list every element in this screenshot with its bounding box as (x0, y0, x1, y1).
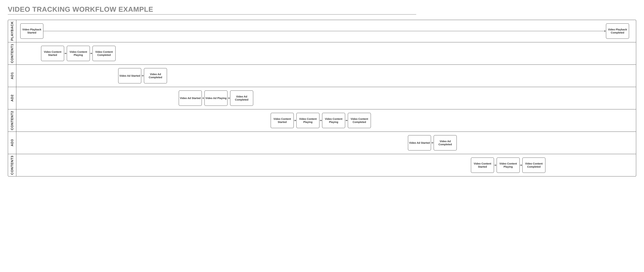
swimlane-label-text: PLAYBACK (10, 21, 14, 41)
workflow-node-label: Video Content Playing (323, 117, 344, 124)
swimlane-ad3: AD3Video Ad StartedVideo Ad Completed (8, 132, 636, 154)
workflow-node-label: Video Content Started (42, 50, 63, 57)
arrow-icon (294, 119, 296, 122)
swimlane-label-text: AD1 (10, 72, 14, 79)
workflow-node-label: Video Ad Started (409, 141, 430, 144)
swimlane-body: Video Playback StartedVideo Playback Com… (16, 20, 636, 42)
workflow-node-label: Video Playback Started (21, 28, 42, 34)
swimlane-label-text: AD2 (10, 95, 14, 102)
workflow-node-label: Video Ad Completed (145, 73, 166, 79)
workflow-node-label: Video Content Completed (348, 117, 370, 124)
workflow-node: Video Ad Completed (144, 68, 167, 83)
workflow-node: Video Ad Completed (230, 90, 253, 106)
workflow-node: Video Ad Started (408, 135, 431, 150)
arrow-icon (141, 75, 144, 77)
workflow-node: Video Content Completed (348, 113, 371, 128)
swimlane-label: CONTENT3 (8, 154, 16, 176)
workflow-node: Video Content Playing (67, 46, 90, 61)
workflow-node: Video Ad Started (118, 68, 141, 83)
swimlane-body: Video Content StartedVideo Content Playi… (16, 42, 636, 65)
svg-marker-13 (295, 120, 296, 121)
workflow-node: Video Content Completed (92, 46, 116, 61)
title-block: VIDEO TRACKING WORKFLOW EXAMPLE (8, 5, 636, 15)
svg-marker-7 (142, 75, 144, 77)
workflow-node: Video Content Completed (522, 157, 546, 173)
arrow-icon (202, 97, 204, 99)
swimlane-body: Video Ad StartedVideo Ad PlayingVideo Ad… (16, 87, 636, 109)
arrow-icon (43, 30, 606, 32)
workflow-node-label: Video Playback Completed (607, 28, 628, 34)
workflow-node: Video Content Playing (496, 157, 520, 173)
workflow-node-label: Video Content Playing (68, 50, 89, 57)
workflow-node-label: Video Ad Completed (231, 95, 252, 101)
swimlane-label-text: CONTENT2 (10, 111, 14, 130)
swimlane-label: CONTENT1 (8, 42, 16, 65)
workflow-node: Video Ad Completed (434, 135, 457, 150)
page: VIDEO TRACKING WORKFLOW EXAMPLE PLAYBACK… (0, 0, 644, 182)
swimlane-content2: CONTENT2Video Content StartedVideo Conte… (8, 109, 636, 132)
workflow-node: Video Content Started (271, 113, 294, 128)
workflow-node-label: Video Ad Playing (206, 97, 226, 100)
svg-marker-9 (203, 97, 204, 99)
swimlane-label: PLAYBACK (8, 20, 16, 42)
workflow-node: Video Content Playing (322, 113, 345, 128)
svg-marker-1 (604, 30, 606, 32)
workflow-node: Video Ad Started (179, 90, 202, 106)
svg-marker-23 (521, 164, 522, 166)
workflow-node: Video Content Started (41, 46, 64, 61)
workflow-node-label: Video Ad Started (180, 97, 201, 100)
swimlane-ad2: AD2Video Ad StartedVideo Ad PlayingVideo… (8, 87, 636, 109)
workflow-node: Video Content Playing (296, 113, 320, 128)
arrow-icon (494, 164, 496, 166)
swimlane-label: AD2 (8, 87, 16, 109)
swimlane-content3: CONTENT3Video Content StartedVideo Conte… (8, 154, 636, 176)
svg-marker-19 (432, 142, 434, 144)
swimlane-body: Video Content StartedVideo Content Playi… (16, 154, 636, 176)
swimlane-label: AD1 (8, 65, 16, 87)
workflow-node: Video Playback Started (20, 23, 43, 39)
swimlane-body: Video Content StartedVideo Content Playi… (16, 109, 636, 132)
workflow-node-label: Video Content Started (272, 117, 293, 124)
arrow-icon (228, 97, 230, 99)
svg-marker-11 (228, 97, 230, 99)
swimlane-body: Video Ad StartedVideo Ad Completed (16, 132, 636, 154)
arrow-icon (520, 164, 522, 166)
swimlane-playback: PLAYBACKVideo Playback StartedVideo Play… (8, 20, 636, 42)
swimlane-ad1: AD1Video Ad StartedVideo Ad Completed (8, 65, 636, 87)
arrow-icon (345, 119, 348, 122)
svg-marker-15 (320, 120, 322, 121)
arrow-icon (64, 52, 67, 55)
swimlane-container: PLAYBACKVideo Playback StartedVideo Play… (8, 20, 636, 176)
diagram-title: VIDEO TRACKING WORKFLOW EXAMPLE (8, 5, 636, 13)
workflow-node: Video Ad Playing (204, 90, 228, 106)
title-underline (8, 14, 416, 15)
swimlane-label: CONTENT2 (8, 109, 16, 132)
swimlane-label: AD3 (8, 132, 16, 154)
workflow-node-label: Video Content Completed (523, 162, 545, 168)
workflow-node-label: Video Ad Completed (434, 140, 456, 146)
svg-marker-3 (65, 53, 67, 54)
workflow-node: Video Content Started (471, 157, 494, 173)
workflow-node-label: Video Content Started (472, 162, 493, 168)
workflow-node-label: Video Content Completed (93, 50, 115, 57)
svg-marker-5 (91, 53, 92, 54)
svg-marker-17 (346, 120, 348, 121)
swimlane-content1: CONTENT1Video Content StartedVideo Conte… (8, 42, 636, 65)
arrow-icon (90, 52, 92, 55)
workflow-node-label: Video Content Playing (498, 162, 519, 168)
swimlane-label-text: AD3 (10, 139, 14, 146)
swimlane-label-text: CONTENT3 (10, 156, 14, 175)
swimlane-body: Video Ad StartedVideo Ad Completed (16, 65, 636, 87)
swimlane-label-text: CONTENT1 (10, 44, 14, 63)
workflow-node: Video Playback Completed (606, 23, 629, 39)
workflow-node-label: Video Content Playing (297, 117, 319, 124)
workflow-node-label: Video Ad Started (119, 74, 140, 77)
svg-marker-21 (495, 164, 496, 166)
arrow-icon (320, 119, 322, 122)
arrow-icon (431, 142, 434, 144)
